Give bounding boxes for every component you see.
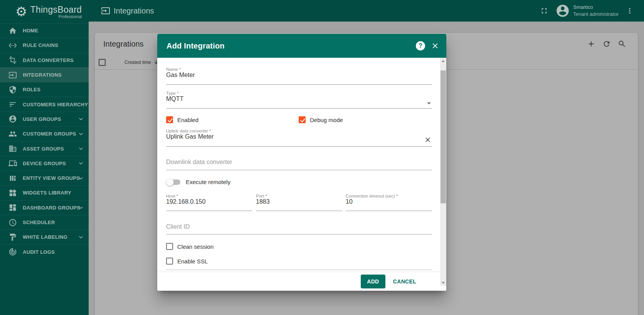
debug-mode-checkbox[interactable]: Debug mode xyxy=(299,116,343,123)
toggle-track-icon xyxy=(167,179,180,185)
sidebar-item-label: DATA CONVERTERS xyxy=(23,57,74,63)
sidebar-item-white-labeling[interactable]: WHITE LABELING xyxy=(0,230,89,244)
sidebar-item-label: AUDIT LOGS xyxy=(23,249,55,255)
execute-remotely-toggle[interactable]: Execute remotely xyxy=(167,179,230,185)
sidebar: ⚙ ThingsBoard Professional HOME RULE CHA… xyxy=(0,0,89,315)
chevron-down-icon xyxy=(77,174,85,182)
dialog-header: Add Integration ? xyxy=(157,34,446,58)
toggle-knob-icon xyxy=(166,178,174,186)
sidebar-item-label: ROLES xyxy=(23,87,40,92)
enabled-checkbox[interactable]: Enabled xyxy=(166,116,198,123)
port-label: Port * xyxy=(256,194,342,198)
integrations-icon xyxy=(101,6,110,15)
home-icon xyxy=(8,27,17,35)
host-underline xyxy=(166,211,252,211)
enable-ssl-checkbox[interactable]: Enable SSL xyxy=(166,258,208,265)
cancel-button[interactable]: CANCEL xyxy=(393,278,416,285)
app-logo[interactable]: ⚙ ThingsBoard Professional xyxy=(0,0,89,23)
type-dropdown-arrow-icon[interactable] xyxy=(427,102,431,104)
topbar: Integrations Smartico Tenant administrat… xyxy=(89,0,644,22)
chevron-down-icon xyxy=(77,159,85,167)
avatar[interactable] xyxy=(555,3,570,18)
host-label: Host * xyxy=(166,194,252,198)
add-button[interactable]: ADD xyxy=(361,275,385,288)
data-converters-icon xyxy=(8,56,17,64)
chevron-down-icon xyxy=(77,204,85,211)
sidebar-item-widgets-library[interactable]: WIDGETS LIBRARY xyxy=(0,185,89,200)
help-icon[interactable]: ? xyxy=(416,41,425,50)
timeout-underline xyxy=(346,211,432,211)
dialog-title: Add Integration xyxy=(166,42,225,50)
sidebar-item-label: ENTITY VIEW GROUPS xyxy=(23,175,80,181)
port-field[interactable] xyxy=(256,198,342,205)
sidebar-item-data-converters[interactable]: DATA CONVERTERS xyxy=(0,53,89,67)
sidebar-item-customer-groups[interactable]: CUSTOMER GROUPS xyxy=(0,126,89,141)
sidebar-item-scheduler[interactable]: SCHEDULER xyxy=(0,215,89,230)
checkbox-icon xyxy=(166,116,173,123)
sidebar-item-audit-logs[interactable]: AUDIT LOGS xyxy=(0,244,89,259)
roles-icon xyxy=(8,85,17,94)
chevron-down-icon xyxy=(77,233,85,241)
host-field[interactable] xyxy=(166,198,252,205)
sidebar-item-label: DEVICE GROUPS xyxy=(23,161,66,166)
close-icon[interactable] xyxy=(431,42,439,50)
user-groups-icon xyxy=(8,115,17,123)
name-field[interactable] xyxy=(166,72,432,79)
fullscreen-icon[interactable] xyxy=(540,7,548,15)
sidebar-item-integrations[interactable]: INTEGRATIONS xyxy=(0,67,89,82)
uplink-converter-field[interactable] xyxy=(166,133,432,140)
device-groups-icon xyxy=(8,159,17,168)
sidebar-item-label: ASSET GROUPS xyxy=(23,146,64,152)
customers-hierarchy-icon xyxy=(8,100,17,109)
dialog-scrollbar[interactable] xyxy=(440,58,446,286)
checkbox-icon xyxy=(166,243,173,250)
checkbox-icon xyxy=(166,258,173,265)
sidebar-item-label: SCHEDULER xyxy=(23,219,55,225)
uplink-underline xyxy=(166,146,432,147)
timeout-field[interactable] xyxy=(346,198,432,205)
sidebar-item-device-groups[interactable]: DEVICE GROUPS xyxy=(0,156,89,171)
type-label: Type * xyxy=(166,91,432,96)
client-id-field[interactable] xyxy=(166,223,432,230)
sidebar-item-customers-hierarchy[interactable]: CUSTOMERS HIERARCHY xyxy=(0,97,89,111)
chevron-down-icon xyxy=(77,145,85,152)
chevron-down-icon xyxy=(77,130,85,138)
scroll-up-icon[interactable] xyxy=(440,58,446,64)
sidebar-item-dashboard-groups[interactable]: DASHBOARD GROUPS xyxy=(0,200,89,215)
more-vert-icon[interactable] xyxy=(626,7,634,15)
downlink-converter-field[interactable] xyxy=(166,159,432,166)
user-menu[interactable]: Smartico Tenant administrator xyxy=(573,4,619,17)
clear-icon[interactable] xyxy=(424,136,432,144)
topbar-title: Integrations xyxy=(114,7,154,15)
logo-title: ThingsBoard xyxy=(30,5,82,15)
integrations-icon xyxy=(8,71,17,79)
sidebar-nav: HOME RULE CHAINS DATA CONVERTERS INTEGRA… xyxy=(0,23,89,259)
sidebar-item-label: HOME xyxy=(23,28,38,34)
sidebar-item-roles[interactable]: ROLES xyxy=(0,82,89,97)
sidebar-item-home[interactable]: HOME xyxy=(0,23,89,38)
user-name: Smartico xyxy=(573,4,619,11)
add-integration-dialog: Add Integration ? Name * Type * xyxy=(157,34,446,291)
white-labeling-icon xyxy=(8,233,17,241)
downlink-underline xyxy=(166,170,432,170)
sidebar-item-asset-groups[interactable]: ASSET GROUPS xyxy=(0,141,89,156)
client-id-underline xyxy=(166,234,432,235)
logo-subtitle: Professional xyxy=(30,14,82,19)
sidebar-item-rule-chains[interactable]: RULE CHAINS xyxy=(0,38,89,52)
sidebar-item-user-groups[interactable]: USER GROUPS xyxy=(0,112,89,126)
name-label: Name * xyxy=(166,67,432,72)
port-underline xyxy=(256,211,342,211)
thingsboard-logo-icon: ⚙ xyxy=(15,5,27,18)
scroll-down-icon[interactable] xyxy=(440,280,446,286)
scrollbar-thumb[interactable] xyxy=(441,70,446,203)
checkbox-icon xyxy=(299,116,306,123)
thingsboard-app: ⚙ ThingsBoard Professional HOME RULE CHA… xyxy=(0,0,644,315)
next-field-underline xyxy=(166,270,432,270)
sidebar-item-label: CUSTOMER GROUPS xyxy=(23,131,76,137)
sidebar-item-label: CUSTOMERS HIERARCHY xyxy=(23,102,88,107)
clean-session-checkbox[interactable]: Clean session xyxy=(166,243,214,250)
type-select[interactable] xyxy=(166,96,432,102)
widgets-library-icon xyxy=(8,189,17,197)
sidebar-item-entity-view-groups[interactable]: ENTITY VIEW GROUPS xyxy=(0,171,89,185)
entity-view-groups-icon xyxy=(8,174,17,183)
